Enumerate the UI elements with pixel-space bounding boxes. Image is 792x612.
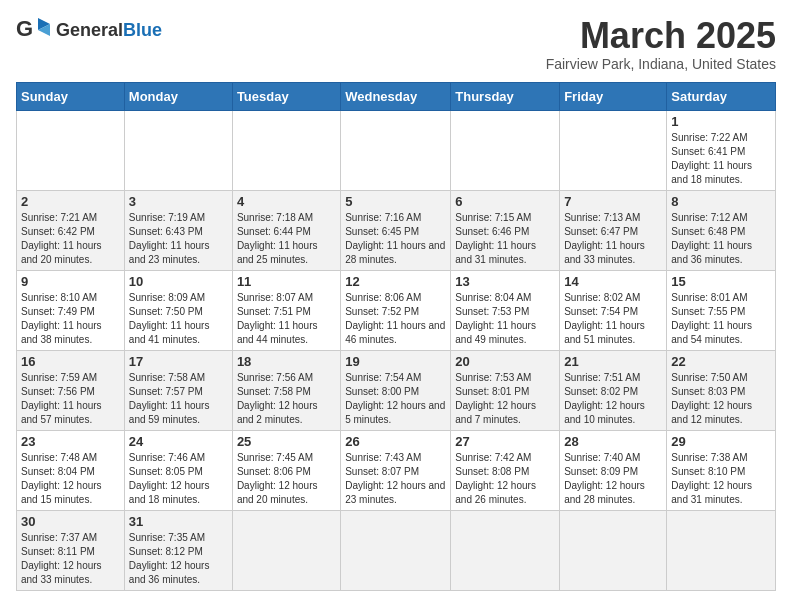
day-number: 14: [564, 274, 662, 289]
week-row-4: 16Sunrise: 7:59 AM Sunset: 7:56 PM Dayli…: [17, 350, 776, 430]
page-header: G GeneralBlue March 2025 Fairview Park, …: [16, 16, 776, 72]
calendar: SundayMondayTuesdayWednesdayThursdayFrid…: [16, 82, 776, 591]
month-title: March 2025: [546, 16, 776, 56]
week-row-1: 1Sunrise: 7:22 AM Sunset: 6:41 PM Daylig…: [17, 110, 776, 190]
day-info: Sunrise: 7:43 AM Sunset: 8:07 PM Dayligh…: [345, 451, 446, 507]
day-number: 4: [237, 194, 336, 209]
day-number: 12: [345, 274, 446, 289]
weekday-header-friday: Friday: [560, 82, 667, 110]
day-number: 6: [455, 194, 555, 209]
calendar-cell: [451, 510, 560, 590]
calendar-cell: 19Sunrise: 7:54 AM Sunset: 8:00 PM Dayli…: [341, 350, 451, 430]
day-number: 7: [564, 194, 662, 209]
day-number: 16: [21, 354, 120, 369]
day-info: Sunrise: 7:50 AM Sunset: 8:03 PM Dayligh…: [671, 371, 771, 427]
day-info: Sunrise: 7:13 AM Sunset: 6:47 PM Dayligh…: [564, 211, 662, 267]
calendar-cell: [124, 110, 232, 190]
day-info: Sunrise: 8:06 AM Sunset: 7:52 PM Dayligh…: [345, 291, 446, 347]
day-number: 1: [671, 114, 771, 129]
day-number: 18: [237, 354, 336, 369]
day-number: 29: [671, 434, 771, 449]
day-info: Sunrise: 7:38 AM Sunset: 8:10 PM Dayligh…: [671, 451, 771, 507]
day-info: Sunrise: 8:04 AM Sunset: 7:53 PM Dayligh…: [455, 291, 555, 347]
calendar-cell: 11Sunrise: 8:07 AM Sunset: 7:51 PM Dayli…: [232, 270, 340, 350]
weekday-header-sunday: Sunday: [17, 82, 125, 110]
calendar-cell: [232, 510, 340, 590]
day-number: 24: [129, 434, 228, 449]
location: Fairview Park, Indiana, United States: [546, 56, 776, 72]
day-info: Sunrise: 8:10 AM Sunset: 7:49 PM Dayligh…: [21, 291, 120, 347]
calendar-cell: [560, 110, 667, 190]
day-info: Sunrise: 7:42 AM Sunset: 8:08 PM Dayligh…: [455, 451, 555, 507]
calendar-cell: 20Sunrise: 7:53 AM Sunset: 8:01 PM Dayli…: [451, 350, 560, 430]
day-info: Sunrise: 7:37 AM Sunset: 8:11 PM Dayligh…: [21, 531, 120, 587]
logo: G GeneralBlue: [16, 16, 162, 44]
calendar-cell: 7Sunrise: 7:13 AM Sunset: 6:47 PM Daylig…: [560, 190, 667, 270]
day-info: Sunrise: 7:19 AM Sunset: 6:43 PM Dayligh…: [129, 211, 228, 267]
day-info: Sunrise: 7:56 AM Sunset: 7:58 PM Dayligh…: [237, 371, 336, 427]
week-row-2: 2Sunrise: 7:21 AM Sunset: 6:42 PM Daylig…: [17, 190, 776, 270]
day-number: 11: [237, 274, 336, 289]
calendar-cell: 14Sunrise: 8:02 AM Sunset: 7:54 PM Dayli…: [560, 270, 667, 350]
calendar-cell: 16Sunrise: 7:59 AM Sunset: 7:56 PM Dayli…: [17, 350, 125, 430]
calendar-cell: [341, 510, 451, 590]
weekday-header-tuesday: Tuesday: [232, 82, 340, 110]
calendar-cell: [560, 510, 667, 590]
day-number: 22: [671, 354, 771, 369]
week-row-5: 23Sunrise: 7:48 AM Sunset: 8:04 PM Dayli…: [17, 430, 776, 510]
day-info: Sunrise: 7:15 AM Sunset: 6:46 PM Dayligh…: [455, 211, 555, 267]
day-number: 9: [21, 274, 120, 289]
calendar-cell: 12Sunrise: 8:06 AM Sunset: 7:52 PM Dayli…: [341, 270, 451, 350]
day-info: Sunrise: 8:07 AM Sunset: 7:51 PM Dayligh…: [237, 291, 336, 347]
day-info: Sunrise: 7:48 AM Sunset: 8:04 PM Dayligh…: [21, 451, 120, 507]
weekday-header-thursday: Thursday: [451, 82, 560, 110]
weekday-header-saturday: Saturday: [667, 82, 776, 110]
calendar-cell: 26Sunrise: 7:43 AM Sunset: 8:07 PM Dayli…: [341, 430, 451, 510]
calendar-cell: [232, 110, 340, 190]
day-number: 13: [455, 274, 555, 289]
calendar-cell: 3Sunrise: 7:19 AM Sunset: 6:43 PM Daylig…: [124, 190, 232, 270]
day-number: 25: [237, 434, 336, 449]
day-info: Sunrise: 7:18 AM Sunset: 6:44 PM Dayligh…: [237, 211, 336, 267]
day-number: 5: [345, 194, 446, 209]
day-info: Sunrise: 7:40 AM Sunset: 8:09 PM Dayligh…: [564, 451, 662, 507]
day-info: Sunrise: 8:01 AM Sunset: 7:55 PM Dayligh…: [671, 291, 771, 347]
calendar-cell: 25Sunrise: 7:45 AM Sunset: 8:06 PM Dayli…: [232, 430, 340, 510]
calendar-cell: 31Sunrise: 7:35 AM Sunset: 8:12 PM Dayli…: [124, 510, 232, 590]
week-row-3: 9Sunrise: 8:10 AM Sunset: 7:49 PM Daylig…: [17, 270, 776, 350]
calendar-cell: [451, 110, 560, 190]
day-info: Sunrise: 7:22 AM Sunset: 6:41 PM Dayligh…: [671, 131, 771, 187]
day-number: 28: [564, 434, 662, 449]
day-info: Sunrise: 7:59 AM Sunset: 7:56 PM Dayligh…: [21, 371, 120, 427]
calendar-cell: 30Sunrise: 7:37 AM Sunset: 8:11 PM Dayli…: [17, 510, 125, 590]
day-number: 2: [21, 194, 120, 209]
calendar-cell: 23Sunrise: 7:48 AM Sunset: 8:04 PM Dayli…: [17, 430, 125, 510]
day-number: 21: [564, 354, 662, 369]
logo-icon: G: [16, 16, 52, 44]
calendar-cell: 13Sunrise: 8:04 AM Sunset: 7:53 PM Dayli…: [451, 270, 560, 350]
calendar-cell: 24Sunrise: 7:46 AM Sunset: 8:05 PM Dayli…: [124, 430, 232, 510]
day-number: 20: [455, 354, 555, 369]
calendar-cell: 22Sunrise: 7:50 AM Sunset: 8:03 PM Dayli…: [667, 350, 776, 430]
calendar-cell: 1Sunrise: 7:22 AM Sunset: 6:41 PM Daylig…: [667, 110, 776, 190]
day-info: Sunrise: 7:12 AM Sunset: 6:48 PM Dayligh…: [671, 211, 771, 267]
calendar-cell: 17Sunrise: 7:58 AM Sunset: 7:57 PM Dayli…: [124, 350, 232, 430]
day-number: 8: [671, 194, 771, 209]
day-info: Sunrise: 8:09 AM Sunset: 7:50 PM Dayligh…: [129, 291, 228, 347]
calendar-cell: 15Sunrise: 8:01 AM Sunset: 7:55 PM Dayli…: [667, 270, 776, 350]
day-number: 15: [671, 274, 771, 289]
calendar-cell: 6Sunrise: 7:15 AM Sunset: 6:46 PM Daylig…: [451, 190, 560, 270]
day-number: 10: [129, 274, 228, 289]
svg-text:G: G: [16, 16, 33, 41]
calendar-cell: 2Sunrise: 7:21 AM Sunset: 6:42 PM Daylig…: [17, 190, 125, 270]
day-number: 31: [129, 514, 228, 529]
weekday-header-row: SundayMondayTuesdayWednesdayThursdayFrid…: [17, 82, 776, 110]
weekday-header-monday: Monday: [124, 82, 232, 110]
calendar-cell: 28Sunrise: 7:40 AM Sunset: 8:09 PM Dayli…: [560, 430, 667, 510]
calendar-cell: 10Sunrise: 8:09 AM Sunset: 7:50 PM Dayli…: [124, 270, 232, 350]
calendar-cell: 27Sunrise: 7:42 AM Sunset: 8:08 PM Dayli…: [451, 430, 560, 510]
day-info: Sunrise: 7:53 AM Sunset: 8:01 PM Dayligh…: [455, 371, 555, 427]
day-info: Sunrise: 8:02 AM Sunset: 7:54 PM Dayligh…: [564, 291, 662, 347]
day-info: Sunrise: 7:54 AM Sunset: 8:00 PM Dayligh…: [345, 371, 446, 427]
day-info: Sunrise: 7:51 AM Sunset: 8:02 PM Dayligh…: [564, 371, 662, 427]
